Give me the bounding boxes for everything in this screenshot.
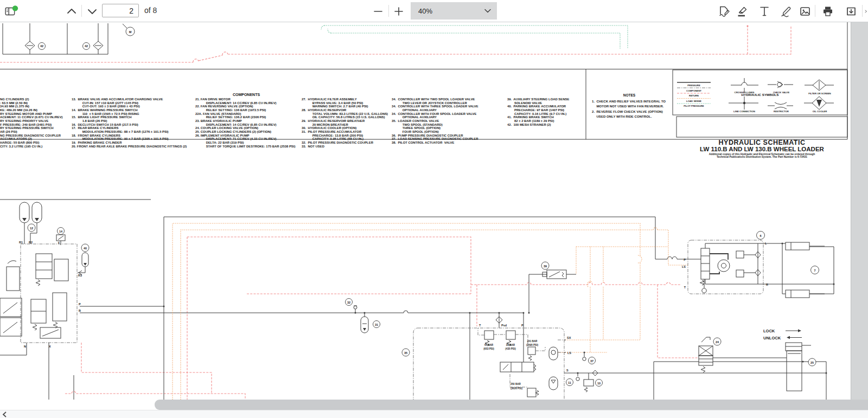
lock-label: LOCK — [763, 329, 775, 333]
text-line: 28. HYDRAULIC RESERVOIR — [302, 108, 388, 112]
text-line: 19. PARKING BRAKE CYLINDER — [72, 141, 187, 145]
text-line: KE: 489.20 MM (19.26 IN) — [0, 108, 63, 112]
printer-icon — [821, 5, 834, 18]
text-line: TWO SPOOL (STANDARD) — [392, 123, 478, 127]
text-line: 21. FAN DRIVE MOTOR — [195, 98, 295, 101]
text-line: 32. PILOT PRESSURE DIAGNOSTIC COUPLER — [302, 141, 388, 145]
text-line: START OF TORQUE LIMIT DESTROKE: 175 BAR … — [195, 145, 295, 149]
text-line: 34. CONTROLLER WITH TWO SPOOL LOADER VAL… — [392, 98, 478, 101]
zoom-out-button[interactable] — [371, 4, 385, 18]
pressure-45bar: 45 BAR — [484, 344, 494, 346]
callout-12: 12 — [30, 227, 33, 230]
sheet2-steering-unit: 6 — [688, 231, 834, 294]
text-line: AR (26 PSI) — [0, 130, 63, 134]
horizontal-scrollbar-track[interactable] — [0, 410, 868, 418]
text-line: 34.93 MM (1.375 IN) — [0, 105, 63, 108]
text-line: 34. CONTROLLER WITH THREE SPOOL LOADER V… — [392, 105, 478, 108]
callout-6: 6 — [760, 234, 761, 237]
text-line: DELTA: 22 BAR (319 PSI) — [195, 141, 295, 145]
sheet2-coupler-lock-circuit: 24 25 — [654, 337, 827, 400]
port-r3: R3 — [78, 274, 82, 277]
draw-button[interactable] — [779, 4, 793, 18]
text-line: 37. LOAD SENSING PRESSURE DIAGNOSTIC COU… — [392, 137, 478, 141]
title-block-line2: LW 110.B AND LW 130.B WHEEL LOADER — [676, 146, 847, 152]
port-p-left: P — [79, 303, 81, 306]
port-ls-steer: LS — [682, 265, 686, 268]
text-line: MODULATION PRESSURE: 90 ± 7 BAR (1305 ± … — [72, 137, 187, 141]
print-button[interactable] — [821, 4, 835, 18]
text-line: 36. PUMP PRESSURE DIAGNOSTIC COUPLER — [392, 134, 478, 138]
motor-label: M — [129, 30, 132, 34]
text-line: RY STEERING PRIORITY VALVE — [0, 119, 63, 123]
pressure-30bar: 30 BAR — [506, 344, 515, 346]
text-line: 40. PARKING BRAKE ACCUMULATOR — [507, 105, 569, 108]
plus-icon — [393, 6, 404, 17]
text-line: RY STEERING MOTOR AND PUMP — [0, 112, 63, 116]
scroll-left-button[interactable] — [1, 410, 9, 417]
port-r2: R2 — [29, 241, 33, 244]
pressure-30bar-psi: (435 PSI) — [505, 348, 516, 350]
text-line: CAPACITY: 0.16 LITRE (9.7 CU IN.) — [507, 112, 569, 116]
text-line: 30. HYDRAULIC COOLER (OPTION) — [302, 126, 388, 130]
zoom-in-button[interactable] — [392, 4, 406, 18]
callout-31: 31 — [375, 323, 378, 326]
next-page-button[interactable] — [85, 4, 99, 18]
overflow-menu-button-partial[interactable] — [865, 4, 868, 18]
text-line: TOTAL VOLUMN: 83.3 LITRES (22 U.S. GALLO… — [302, 112, 388, 116]
text-line: 16. DECLUTCH SWITCH 15 BAR (217.5 PSI) — [72, 123, 187, 127]
sheet2-brake-valve-block — [0, 244, 77, 400]
text-line: USED ONLY WITH RIDE CONTROL. — [592, 114, 666, 119]
title-block-line1: HYDRAULIC SCHEMATIC — [676, 139, 847, 146]
text-line: F PRESSURE: 240 BAR (3481 PSI) — [0, 123, 63, 127]
components-column-3: 21. FAN DRIVE MOTOR DISPLACEMENT: 14 CC/… — [195, 98, 295, 148]
add-text-button[interactable] — [757, 4, 771, 18]
text-line: OPTIONAL AUXILIARY — [392, 108, 478, 112]
callout-11: 11 — [568, 381, 571, 384]
pressure-250bar: 250 BAR — [510, 383, 521, 385]
text-line: DISPLACEMENT: 14 CC/REV (0.85 CU IN./REV… — [195, 123, 295, 127]
previous-page-button[interactable] — [65, 4, 79, 18]
text-line: DISPLACEMENT: 14 CC/REV (0.85 CU IN./REV… — [195, 101, 295, 105]
text-line: 33. NOT USED — [302, 145, 388, 149]
text-line: 18. FRONT BRAKE CYLINDERS — [72, 134, 187, 138]
sheet1-return-lines — [0, 25, 791, 62]
sheet1-reservoir: 42 42 M — [3, 23, 135, 54]
save-button[interactable] — [844, 4, 858, 18]
sheet2-aux-steering-solenoid-valve: 39 — [528, 262, 577, 314]
text-line: CUT-IN: 157 ±10 BAR (2277 ±145 PSI) — [72, 101, 187, 105]
pdf-page-canvas[interactable]: 42 42 M PRESSURE COMPONENT RETURN LOAD S… — [0, 22, 868, 418]
highlight-button[interactable] — [735, 4, 749, 18]
text-line: 2. REVERSE FLOW CHECK VALVE (OPTION) — [592, 109, 666, 114]
text-line: BYPASS VALVE: 3.4 BAR (50 PSI) — [302, 101, 388, 105]
text-line: ACCUMULATORS (2) — [0, 137, 63, 141]
text-line: CUT-OUT: 193 ± 3 BAR (2800 ± 43 PSI) — [72, 105, 187, 108]
text-line: DISPLACEMENT: 71 CC/REV (4.33 CU IN./REV… — [195, 137, 295, 141]
sidebar-toggle-button[interactable] — [4, 4, 18, 18]
toolbar-separator — [862, 5, 863, 17]
add-image-button[interactable] — [798, 4, 812, 18]
chevron-down-icon — [484, 7, 492, 15]
zoom-level-value: 40% — [418, 7, 432, 15]
callout-42a: 42 — [40, 44, 43, 48]
text-line: 26. IMPLEMENT HYDRAULIC PUMP — [195, 134, 295, 138]
page-number-input[interactable] — [102, 4, 139, 17]
port-sx: SX — [567, 336, 571, 339]
text-line: PRECHARGE: 97 BAR (1407 PSI) — [507, 108, 569, 112]
text-line: TWO LEVER OR JOYSTICK CONTROLLER — [392, 101, 478, 105]
unlock-label: UNLOCK — [763, 336, 781, 340]
zoom-level-dropdown[interactable]: 40% — [411, 2, 497, 20]
callout-10: 10 — [597, 382, 601, 385]
text-line: MODULATION PRESSURE: 88 ± 7 BAR (1276 ± … — [72, 130, 187, 134]
chevron-down-icon — [86, 6, 98, 17]
text-line: PRECHARGE: 13.8 BAR (200 PSI) — [302, 134, 388, 138]
pressure-241bar-psi: (3495 PSI) — [526, 344, 538, 346]
components-column-1: NG CYLINDERS (2): 63.5 MM (2.50 IN)34.93… — [0, 98, 63, 148]
port-t-mid: T — [479, 324, 481, 327]
symbol-line-connection: LINE CONNECTION — [733, 110, 755, 113]
port-psd: Psd — [501, 324, 507, 327]
text-line: NG CYLINDERS (2) — [0, 98, 63, 101]
text-line: 15. BRAKE LIGHT PRESSURE SWITCH — [72, 115, 187, 119]
pdf-toolbar: of 8 40% — [0, 0, 868, 22]
horizontal-scrollbar-thumb[interactable] — [155, 400, 868, 410]
signature-button[interactable] — [717, 4, 731, 18]
